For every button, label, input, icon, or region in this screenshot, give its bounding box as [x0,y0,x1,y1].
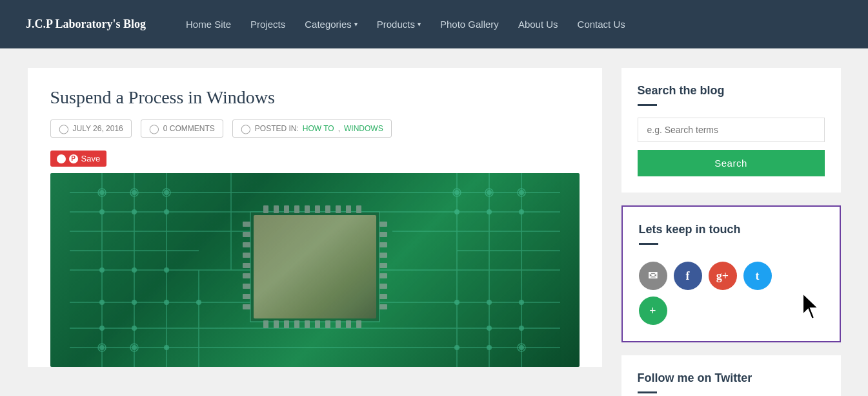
nav-home-site-link[interactable]: Home Site [178,14,239,35]
nav-about-us[interactable]: About Us [510,14,566,35]
svg-point-47 [454,345,459,350]
nav-products[interactable]: Products ▾ [369,14,429,35]
svg-rect-72 [274,320,279,328]
nav-products-link[interactable]: Products ▾ [369,14,429,35]
svg-rect-71 [263,320,268,328]
svg-rect-79 [346,320,351,328]
svg-rect-91 [379,232,387,237]
products-dropdown-arrow: ▾ [418,21,421,28]
social-icons: ✉ f g+ t + [639,262,778,325]
nav-contact-us-link[interactable]: Contact Us [570,14,633,35]
svg-rect-89 [243,304,250,309]
svg-rect-70 [356,205,361,213]
search-button[interactable]: Search [638,150,825,176]
svg-point-20 [164,190,169,195]
svg-rect-63 [284,205,289,213]
svg-rect-62 [274,205,279,213]
svg-rect-82 [243,232,250,237]
post-title: Suspend a Process in Windows [50,87,580,108]
nav-projects-link[interactable]: Projects [243,14,293,35]
svg-rect-68 [336,205,341,213]
page-wrapper: Suspend a Process in Windows ◯ JULY 26, … [15,68,854,396]
circuit-svg [50,173,580,367]
svg-rect-80 [356,320,361,328]
svg-point-37 [454,300,459,305]
svg-rect-98 [379,304,387,309]
more-social-icon[interactable]: + [639,297,667,325]
post-image [50,173,580,367]
cursor-icon [798,290,823,322]
svg-point-28 [487,190,492,195]
folder-icon: ◯ [241,123,251,134]
nav-projects[interactable]: Projects [243,14,293,35]
svg-rect-93 [379,253,387,258]
keep-in-touch-title: Lets keep in touch [639,223,823,236]
sidebar: Search the blog Search Lets keep in touc… [621,68,841,396]
search-input[interactable] [638,118,825,142]
svg-rect-73 [284,320,289,328]
pinterest-save-button[interactable]: P Save [50,151,107,167]
nav-about-us-link[interactable]: About Us [510,14,566,35]
comment-icon: ◯ [149,123,159,134]
search-widget: Search the blog Search [621,68,841,193]
svg-rect-94 [379,263,387,268]
svg-rect-61 [263,205,268,213]
keep-in-touch-underline [639,243,658,245]
clock-icon: ◯ [59,123,69,134]
svg-point-34 [132,300,137,305]
svg-point-44 [99,345,105,350]
facebook-social-icon[interactable]: f [674,262,702,290]
svg-point-49 [519,345,524,350]
svg-point-40 [99,326,105,331]
nav-contact-us[interactable]: Contact Us [570,14,633,35]
svg-point-46 [164,345,169,350]
search-widget-title: Search the blog [638,84,825,98]
google-plus-social-icon[interactable]: g+ [709,262,737,290]
svg-point-39 [519,300,524,305]
nav-photo-gallery[interactable]: Photo Gallery [432,14,507,35]
svg-rect-87 [243,284,250,289]
nav-home-site[interactable]: Home Site [178,14,239,35]
svg-rect-76 [315,320,320,328]
svg-point-24 [99,267,105,273]
post-meta: ◯ JULY 26, 2016 ◯ 0 COMMENTS ◯ POSTED IN… [50,120,580,138]
svg-rect-78 [336,320,341,328]
svg-point-41 [132,326,137,331]
svg-point-18 [99,190,105,195]
save-button-wrapper: P Save [50,151,580,167]
nav-photo-gallery-link[interactable]: Photo Gallery [432,14,507,35]
svg-point-29 [519,190,524,195]
svg-point-26 [164,267,169,273]
svg-rect-92 [379,242,387,247]
svg-point-36 [196,300,201,305]
follow-twitter-title: Follow me on Twitter [638,371,825,385]
follow-twitter-widget: Follow me on Twitter [621,355,841,396]
site-brand[interactable]: J.C.P Laboratory's Blog [26,17,146,31]
svg-point-25 [132,267,137,273]
svg-rect-84 [243,253,250,258]
email-social-icon[interactable]: ✉ [639,262,667,290]
svg-rect-88 [243,294,250,299]
svg-rect-90 [379,222,387,227]
svg-point-31 [487,209,492,214]
svg-point-27 [454,190,459,195]
svg-point-32 [519,209,524,214]
svg-point-30 [454,209,459,214]
svg-point-19 [132,190,137,195]
svg-point-21 [99,209,105,214]
category-how-to[interactable]: HOW TO [303,124,334,133]
post-categories-meta: ◯ POSTED IN: HOW TO, WINDOWS [232,120,392,138]
svg-marker-99 [803,293,818,319]
svg-rect-67 [325,205,330,213]
save-label: Save [81,154,101,163]
svg-rect-75 [305,320,310,328]
post-comments-meta[interactable]: ◯ 0 COMMENTS [141,120,223,138]
nav-categories-link[interactable]: Categories ▾ [297,14,365,35]
svg-rect-83 [243,242,250,247]
categories-dropdown-arrow: ▾ [354,21,358,28]
twitter-social-icon[interactable]: t [743,262,772,290]
svg-point-22 [132,209,137,214]
category-windows[interactable]: WINDOWS [344,124,383,133]
svg-rect-74 [294,320,299,328]
nav-categories[interactable]: Categories ▾ [297,14,365,35]
